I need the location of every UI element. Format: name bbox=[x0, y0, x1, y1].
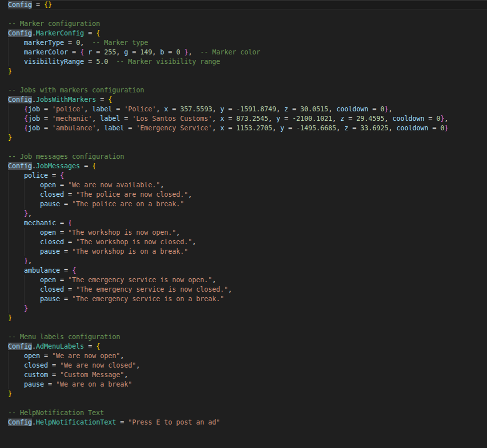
code-token: , bbox=[152, 48, 160, 56]
code-token: HelpNotificationText bbox=[36, 419, 116, 426]
indent-guide bbox=[8, 285, 8, 294]
code-token: 'ambulance' bbox=[52, 124, 96, 132]
code-line[interactable]: closed = "We are now closed", bbox=[8, 361, 487, 370]
code-token: , bbox=[444, 115, 448, 122]
code-token: = bbox=[288, 105, 300, 113]
code-line[interactable] bbox=[8, 399, 487, 408]
code-line[interactable]: pause = "We are on a break" bbox=[8, 380, 487, 389]
code-line[interactable]: }, bbox=[8, 256, 487, 266]
code-token: "We are on a break" bbox=[56, 381, 132, 388]
code-line[interactable]: open = "The workshop is now open.", bbox=[8, 228, 487, 237]
code-line[interactable]: markerType = 0, -- Marker type bbox=[8, 38, 487, 47]
code-token: = bbox=[40, 352, 52, 360]
code-line[interactable]: } bbox=[8, 389, 487, 399]
code-line[interactable]: } bbox=[8, 304, 487, 313]
indent-guide bbox=[8, 370, 8, 380]
code-line[interactable]: closed = "The workshop is now closed.", bbox=[8, 237, 487, 247]
code-token: , bbox=[188, 48, 200, 56]
code-token: cooldown bbox=[336, 105, 368, 113]
code-line[interactable]: -- Marker configuration bbox=[8, 19, 487, 28]
code-token: "The workshop is now open." bbox=[68, 229, 176, 236]
code-editor[interactable]: Config = {}-- Marker configurationConfig… bbox=[0, 0, 487, 448]
code-line[interactable]: mechanic = { bbox=[8, 218, 487, 228]
code-line[interactable] bbox=[8, 9, 487, 19]
code-line[interactable]: }, bbox=[8, 209, 487, 218]
code-token: = bbox=[64, 286, 76, 293]
code-line[interactable]: } bbox=[8, 313, 487, 323]
code-line[interactable]: ambulance = { bbox=[8, 266, 487, 275]
code-line[interactable]: pause = "The emergency service is on a b… bbox=[8, 294, 487, 304]
code-token: } bbox=[24, 210, 28, 217]
code-token: = bbox=[428, 124, 440, 132]
code-token: "The emergency service is now closed." bbox=[76, 286, 228, 293]
code-line[interactable]: -- Jobs with markers configuration bbox=[8, 85, 487, 95]
code-line[interactable]: -- Job messages configuration bbox=[8, 152, 487, 161]
code-token: 357.5593 bbox=[180, 105, 212, 113]
code-token: , bbox=[212, 276, 216, 284]
code-line[interactable]: Config.MarkerConfig = { bbox=[8, 28, 487, 38]
code-token bbox=[8, 172, 24, 179]
code-line[interactable] bbox=[8, 437, 487, 446]
code-line[interactable]: Config.HelpNotificationText = "Press E t… bbox=[8, 418, 487, 427]
code-line[interactable]: Config.AdMenuLabels = { bbox=[8, 342, 487, 351]
code-token: = bbox=[368, 105, 380, 113]
word-highlight: Config bbox=[8, 162, 32, 170]
code-token: job bbox=[28, 115, 40, 122]
code-token: { bbox=[24, 105, 28, 113]
code-line[interactable]: open = "The emergency service is now ope… bbox=[8, 275, 487, 285]
code-line[interactable]: } bbox=[8, 66, 487, 76]
code-token bbox=[8, 115, 24, 122]
code-token: pause bbox=[24, 381, 44, 388]
code-token: { bbox=[24, 115, 28, 122]
code-token bbox=[8, 39, 24, 46]
code-line[interactable]: {job = 'mechanic', label = 'Los Santos C… bbox=[8, 114, 487, 123]
code-token: . bbox=[32, 96, 36, 103]
code-line[interactable]: {job = 'ambulance', label = 'Emergency S… bbox=[8, 123, 487, 133]
code-line[interactable]: visibilityRange = 5.0 -- Marker visibili… bbox=[8, 57, 487, 66]
code-line[interactable] bbox=[8, 142, 487, 152]
code-token bbox=[8, 257, 24, 265]
code-token: , bbox=[328, 105, 336, 113]
code-token: -- HelpNotification Text bbox=[8, 409, 104, 417]
code-token: } bbox=[8, 390, 12, 398]
code-token: "Custom Message" bbox=[60, 371, 124, 379]
code-token: = bbox=[96, 96, 108, 103]
code-token: } bbox=[24, 305, 28, 312]
code-token: open bbox=[40, 229, 56, 236]
indent-guide bbox=[8, 361, 8, 370]
code-line[interactable]: open = "We are now available.", bbox=[8, 180, 487, 190]
indent-guide bbox=[8, 218, 8, 228]
indent-guide bbox=[8, 199, 8, 209]
code-line[interactable] bbox=[8, 76, 487, 85]
code-token: , bbox=[212, 124, 220, 132]
code-area[interactable]: Config = {}-- Marker configurationConfig… bbox=[0, 0, 487, 446]
code-line[interactable]: police = { bbox=[8, 171, 487, 180]
code-token: AdMenuLabels bbox=[36, 343, 84, 350]
code-line[interactable]: markerColor = { r = 255, g = 149, b = 0 … bbox=[8, 47, 487, 57]
code-line[interactable]: -- Menu labels configuration bbox=[8, 332, 487, 342]
code-line[interactable]: pause = "The police are on a break." bbox=[8, 199, 487, 209]
code-token: , bbox=[84, 105, 92, 113]
code-line[interactable]: -- HelpNotification Text bbox=[8, 408, 487, 418]
code-token: = bbox=[64, 238, 76, 246]
word-highlight: Config bbox=[8, 29, 32, 37]
code-line[interactable]: } bbox=[8, 133, 487, 142]
code-line[interactable]: {job = 'police', label = 'Police', x = 3… bbox=[8, 104, 487, 114]
code-line[interactable]: Config.JobsWithMarkers = { bbox=[8, 95, 487, 104]
code-token: = bbox=[224, 105, 236, 113]
code-line[interactable]: Config = {} bbox=[8, 0, 487, 9]
code-line[interactable]: custom = "Custom Message", bbox=[8, 370, 487, 380]
code-line[interactable] bbox=[8, 427, 487, 437]
code-line[interactable]: closed = "The police are now closed.", bbox=[8, 190, 487, 199]
code-line[interactable]: closed = "The emergency service is now c… bbox=[8, 285, 487, 294]
code-line[interactable]: pause = "The workshop is on a break." bbox=[8, 247, 487, 256]
code-line[interactable]: open = "We are now open", bbox=[8, 351, 487, 361]
code-line[interactable]: Config.JobMessages = { bbox=[8, 161, 487, 171]
code-token: -2100.1021 bbox=[292, 115, 332, 122]
code-token: { bbox=[108, 96, 112, 103]
indent-guide bbox=[8, 190, 8, 199]
code-token: "The workshop is on a break." bbox=[72, 248, 188, 255]
code-line[interactable] bbox=[8, 323, 487, 332]
code-token: { bbox=[80, 48, 84, 56]
code-token: "The emergency service is now open." bbox=[68, 276, 212, 284]
